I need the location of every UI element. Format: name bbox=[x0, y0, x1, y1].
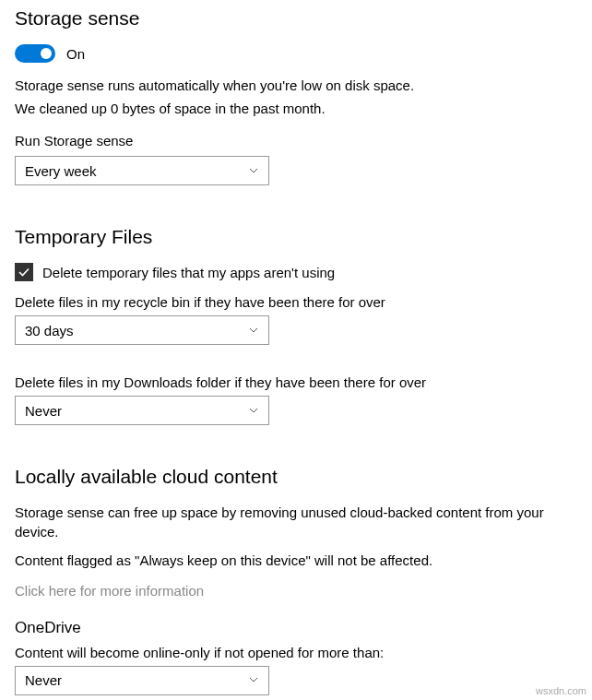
chevron-down-icon bbox=[248, 403, 259, 419]
cloud-content-heading: Locally available cloud content bbox=[15, 466, 577, 488]
recycle-bin-dropdown[interactable]: 30 days bbox=[15, 315, 269, 345]
delete-temp-checkbox[interactable] bbox=[15, 263, 33, 281]
dropdown-value: 30 days bbox=[25, 323, 74, 338]
chevron-down-icon bbox=[248, 163, 259, 179]
more-info-link[interactable]: Click here for more information bbox=[15, 583, 204, 599]
chevron-down-icon bbox=[248, 672, 259, 688]
downloads-label: Delete files in my Downloads folder if t… bbox=[15, 373, 577, 392]
cloud-desc-1: Storage sense can free up space by remov… bbox=[15, 503, 577, 541]
recycle-bin-label: Delete files in my recycle bin if they h… bbox=[15, 292, 577, 312]
storage-sense-toggle-state: On bbox=[66, 46, 85, 62]
storage-sense-desc-2: We cleaned up 0 bytes of space in the pa… bbox=[15, 99, 577, 118]
onedrive-heading: OneDrive bbox=[15, 617, 577, 639]
dropdown-value: Never bbox=[25, 403, 62, 419]
storage-sense-toggle-row: On bbox=[15, 44, 577, 63]
dropdown-value: Every week bbox=[25, 163, 97, 179]
cloud-desc-2: Content flagged as "Always keep on this … bbox=[15, 551, 577, 570]
delete-temp-checkbox-row: Delete temporary files that my apps aren… bbox=[15, 263, 577, 281]
storage-sense-toggle[interactable] bbox=[15, 44, 55, 63]
run-storage-sense-dropdown[interactable]: Every week bbox=[15, 156, 269, 185]
temporary-files-heading: Temporary Files bbox=[15, 226, 577, 248]
onedrive-dropdown[interactable]: Never bbox=[15, 666, 269, 695]
toggle-knob-icon bbox=[41, 48, 52, 59]
watermark: wsxdn.com bbox=[536, 685, 586, 696]
dropdown-value: Never bbox=[25, 672, 62, 688]
chevron-down-icon bbox=[248, 323, 259, 338]
delete-temp-label: Delete temporary files that my apps aren… bbox=[42, 265, 335, 280]
run-storage-sense-label: Run Storage sense bbox=[15, 131, 577, 150]
checkmark-icon bbox=[18, 266, 30, 279]
storage-sense-heading: Storage sense bbox=[15, 7, 577, 30]
onedrive-desc: Content will become online-only if not o… bbox=[15, 643, 577, 662]
storage-sense-desc-1: Storage sense runs automatically when yo… bbox=[15, 76, 577, 95]
downloads-dropdown[interactable]: Never bbox=[15, 396, 269, 425]
